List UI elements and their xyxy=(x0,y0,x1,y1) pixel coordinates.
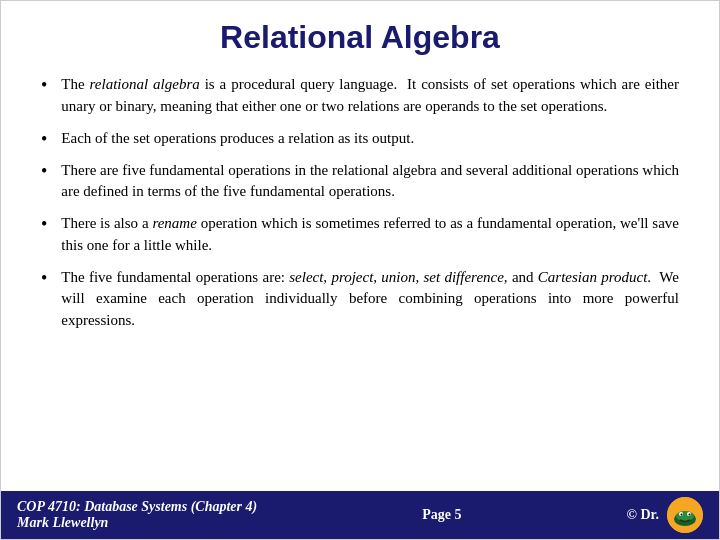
main-content: Relational Algebra • The relational alge… xyxy=(1,1,719,491)
italic-text: Cartesian product xyxy=(538,269,648,285)
list-item: • The relational algebra is a procedural… xyxy=(41,74,679,118)
footer-copyright: © Dr. xyxy=(627,497,704,533)
bullet-dot: • xyxy=(41,214,47,235)
footer-course-line2: Mark Llewellyn xyxy=(17,515,257,531)
svg-point-2 xyxy=(676,511,694,521)
list-item: • There are five fundamental operations … xyxy=(41,160,679,204)
svg-point-5 xyxy=(681,514,683,516)
footer: COP 4710: Database Systems (Chapter 4) M… xyxy=(1,491,719,539)
bullet-text: There are five fundamental operations in… xyxy=(61,160,679,204)
gator-svg xyxy=(667,497,703,533)
slide-title: Relational Algebra xyxy=(41,19,679,56)
bullet-dot: • xyxy=(41,75,47,96)
bullet-dot: • xyxy=(41,129,47,150)
footer-page: Page 5 xyxy=(422,507,461,523)
bullet-text: There is also a rename operation which i… xyxy=(61,213,679,257)
bullet-text: The relational algebra is a procedural q… xyxy=(61,74,679,118)
bullet-text: The five fundamental operations are: sel… xyxy=(61,267,679,332)
bullet-list: • The relational algebra is a procedural… xyxy=(41,74,679,332)
list-item: • The five fundamental operations are: s… xyxy=(41,267,679,332)
list-item: • Each of the set operations produces a … xyxy=(41,128,679,150)
italic-text: relational algebra xyxy=(90,76,200,92)
bullet-dot: • xyxy=(41,268,47,289)
svg-point-6 xyxy=(689,514,691,516)
footer-course: COP 4710: Database Systems (Chapter 4) M… xyxy=(17,499,257,531)
slide: Relational Algebra • The relational alge… xyxy=(0,0,720,540)
italic-text: rename xyxy=(152,215,196,231)
bullet-dot: • xyxy=(41,161,47,182)
italic-text: select, project, union, set difference, xyxy=(289,269,507,285)
gator-logo-icon xyxy=(667,497,703,533)
list-item: • There is also a rename operation which… xyxy=(41,213,679,257)
footer-copyright-text: © Dr. xyxy=(627,507,660,523)
footer-course-line1: COP 4710: Database Systems (Chapter 4) xyxy=(17,499,257,515)
bullet-text: Each of the set operations produces a re… xyxy=(61,128,414,150)
